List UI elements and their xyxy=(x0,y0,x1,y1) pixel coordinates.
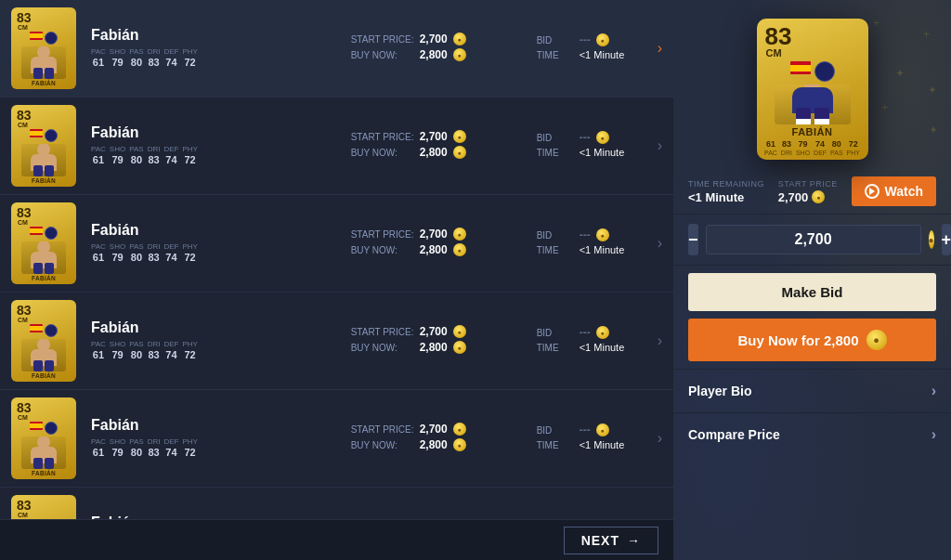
stat-dri: DRI 83 xyxy=(148,340,161,360)
card-player-image xyxy=(21,339,66,371)
start-price-row-label: START PRICE: xyxy=(351,424,414,435)
stat-def: DEF 74 xyxy=(163,47,178,68)
stat-pas: PAS 80 xyxy=(129,47,143,68)
card-player-image xyxy=(21,144,66,176)
player-row[interactable]: 83 CM xyxy=(0,98,673,195)
stat-pac: PAC 61 xyxy=(91,47,106,68)
bid-row-value: --- xyxy=(580,131,591,144)
player-info: Fabián PAC 61 SHO 79 PAS 80 xyxy=(76,319,344,362)
stat-pas: PAS 80 xyxy=(129,437,143,458)
watch-button[interactable]: Watch xyxy=(852,176,936,206)
stat-sho: SHO 79 xyxy=(110,242,125,263)
stat-phy: PHY 72 xyxy=(182,340,197,360)
player-name: Fabián xyxy=(91,319,139,336)
flag-spain-icon xyxy=(30,422,43,430)
time-row: TIME <1 Minute xyxy=(537,244,643,255)
buy-now-label: Buy Now for 2,800 xyxy=(737,332,858,348)
start-price-row-label: START PRICE: xyxy=(351,34,414,45)
player-bio-menu-item[interactable]: Player Bio › xyxy=(673,369,951,412)
start-price-coin: ● xyxy=(453,228,466,241)
stat-pac: PAC 61 xyxy=(91,145,106,165)
bid-row-coin: ● xyxy=(596,33,609,46)
buy-now-button[interactable]: Buy Now for 2,800 ● xyxy=(688,319,936,361)
hero-position: CM xyxy=(766,48,782,59)
stat-dri: DRI 83 xyxy=(148,437,161,458)
stat-pac: PAC 61 xyxy=(91,242,106,263)
row-chevron-icon: › xyxy=(658,332,662,349)
player-row[interactable]: 83 CM xyxy=(0,390,673,488)
club-icon xyxy=(45,129,58,142)
stat-pac: PAC 61 xyxy=(91,437,106,458)
pricing-section: START PRICE: 2,700 ● BUY NOW: 2,800 ● xyxy=(344,325,529,357)
stat-sho: SHO 79 xyxy=(110,47,125,68)
card-position: CM xyxy=(18,414,28,421)
card-name: FABIÁN xyxy=(32,80,56,86)
start-price-row-label: START PRICE: xyxy=(351,327,414,337)
compare-price-label: Compare Price xyxy=(688,427,780,442)
info-row: TIME REMAINING <1 Minute START PRICE 2,7… xyxy=(673,169,951,215)
time-row-value: <1 Minute xyxy=(580,244,625,255)
flag-spain-icon xyxy=(30,32,43,40)
hero-stat-pas: 80 PAS xyxy=(830,140,843,156)
buy-now-row: BUY NOW: 2,800 ● xyxy=(351,438,522,451)
card-name: FABIÁN xyxy=(32,372,56,379)
player-name: Fabián xyxy=(91,124,139,141)
buy-now-coin-icon: ● xyxy=(866,330,887,350)
bottom-bar: NEXT → xyxy=(0,519,673,560)
bid-increase-button[interactable]: + xyxy=(942,224,951,255)
time-row-value: <1 Minute xyxy=(580,49,625,60)
time-row: TIME <1 Minute xyxy=(537,342,643,353)
stat-pac: PAC 61 xyxy=(91,340,106,360)
stat-pas: PAS 80 xyxy=(129,242,143,263)
bid-decrease-button[interactable]: − xyxy=(688,224,698,255)
stat-sho: SHO 79 xyxy=(110,145,125,165)
start-price-value-row: 2,700 ● xyxy=(778,190,838,204)
start-price-row-label: START PRICE: xyxy=(351,132,414,142)
player-row[interactable]: 83 CM xyxy=(0,0,673,98)
time-row: TIME <1 Minute xyxy=(537,147,643,158)
hero-club-icon xyxy=(814,61,835,82)
time-row-value: <1 Minute xyxy=(580,439,625,450)
make-bid-button[interactable]: Make Bid xyxy=(688,273,936,311)
buy-now-coin: ● xyxy=(453,243,466,256)
buy-now-row: BUY NOW: 2,800 ● xyxy=(351,341,522,354)
buy-now-row: BUY NOW: 2,800 ● xyxy=(351,146,522,159)
player-info: Fabián PAC 61 SHO 79 PAS 80 xyxy=(76,27,344,70)
compare-price-menu-item[interactable]: Compare Price › xyxy=(673,412,951,456)
bid-row: BID --- ● xyxy=(537,131,643,144)
hero-stats: 61 PAC 83 DRI 79 SHO 74 DEF xyxy=(761,140,865,156)
card-flags xyxy=(30,129,58,142)
bid-section: BID --- ● TIME <1 Minute xyxy=(529,33,650,63)
hero-card: 83 CM xyxy=(757,19,868,160)
start-price-row: START PRICE: 2,700 ● xyxy=(351,423,522,436)
player-row[interactable]: 83 CM xyxy=(0,293,673,390)
next-button[interactable]: NEXT → xyxy=(564,527,658,554)
buy-now-row-value: 2,800 xyxy=(420,146,448,159)
player-info: Fabián PAC 61 SHO 79 PAS 80 xyxy=(76,417,344,460)
player-row[interactable]: 83 CM xyxy=(0,488,673,519)
time-remaining-label: TIME REMAINING xyxy=(688,179,764,189)
bid-amount-input[interactable] xyxy=(706,225,921,254)
card-flags xyxy=(30,32,58,45)
player-name: Fabián xyxy=(91,27,139,44)
stat-phy: PHY 72 xyxy=(182,242,197,263)
stat-def: DEF 74 xyxy=(163,145,178,165)
player-list[interactable]: 83 CM xyxy=(0,0,673,519)
buy-now-coin: ● xyxy=(453,438,466,451)
buy-now-coin: ● xyxy=(453,146,466,159)
hero-stat-phy: 72 PHY xyxy=(847,140,860,156)
start-price-coin-icon: ● xyxy=(812,190,825,203)
hero-icons xyxy=(790,61,835,82)
right-panel: ✦ ✦ + + ✦ + ✦ 83 CM xyxy=(673,0,951,560)
player-name: Fabián xyxy=(91,417,139,434)
time-row-label: TIME xyxy=(537,50,574,60)
card-position: CM xyxy=(18,219,28,226)
buy-now-row-label: BUY NOW: xyxy=(351,50,414,60)
stat-def: DEF 74 xyxy=(163,242,178,263)
time-row-label: TIME xyxy=(537,343,574,353)
bid-section: BID --- ● TIME <1 Minute xyxy=(529,423,650,453)
buy-now-row-label: BUY NOW: xyxy=(351,343,414,353)
row-chevron-icon: › xyxy=(658,40,662,57)
player-row[interactable]: 83 CM xyxy=(0,195,673,293)
start-price-row-value: 2,700 xyxy=(420,33,448,46)
